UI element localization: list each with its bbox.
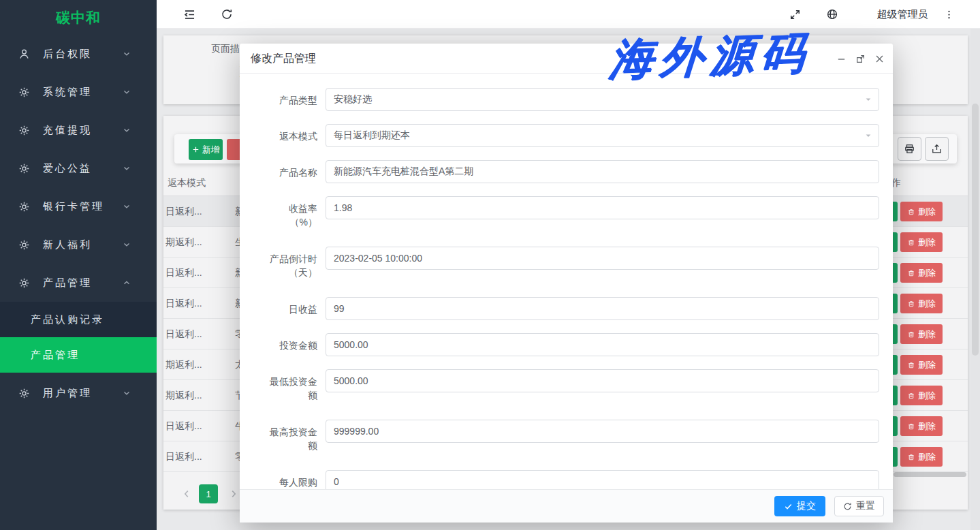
product-type-select[interactable]: 安稳好选	[326, 88, 879, 111]
field-label: 返本模式	[252, 124, 317, 147]
delete-button[interactable]: 删除	[900, 386, 943, 405]
daily-income-input[interactable]	[326, 297, 879, 320]
delete-button[interactable]: 删除	[900, 294, 943, 313]
trash-icon	[907, 238, 915, 247]
reset-icon	[843, 502, 852, 511]
max-invest-input[interactable]	[326, 420, 879, 443]
user-menu[interactable]: 超级管理员	[865, 0, 940, 29]
add-button-label: 新增	[202, 144, 220, 156]
maximize-icon[interactable]	[852, 44, 868, 74]
gear-icon	[18, 239, 30, 251]
add-button[interactable]: 新增	[189, 139, 223, 160]
delete-button[interactable]: 删除	[900, 202, 943, 221]
submenu-item-purchase-records[interactable]: 产品认购记录	[0, 302, 157, 337]
submenu-item-label: 产品管理	[31, 349, 80, 362]
topbar: 超级管理员	[157, 0, 980, 29]
caret-down-icon	[864, 131, 872, 140]
export-icon[interactable]	[925, 137, 949, 161]
cell-payback-mode: 日返利...	[165, 267, 202, 279]
sidebar-item-newcomer-benefits[interactable]: 新人福利	[0, 225, 157, 264]
dialog-title: 修改产品管理	[251, 44, 316, 74]
page-scrollbar-thumb[interactable]	[972, 104, 979, 356]
field-label: 产品名称	[252, 160, 317, 183]
field-label: 产品倒计时 （天）	[252, 247, 317, 279]
product-name-input[interactable]	[326, 160, 879, 183]
sidebar-item-label: 新人福利	[43, 238, 122, 251]
delete-button-label: 删除	[918, 390, 936, 402]
sidebar-item-label: 系统管理	[43, 86, 122, 99]
globe-icon[interactable]	[820, 0, 844, 29]
purchase-limit-input[interactable]	[326, 470, 879, 489]
cell-payback-mode: 日返利...	[165, 206, 202, 218]
chevron-down-icon	[122, 163, 131, 173]
delete-button[interactable]: 删除	[900, 416, 943, 436]
username-label: 超级管理员	[877, 8, 928, 21]
horizontal-scrollbar[interactable]	[894, 472, 966, 477]
delete-button[interactable]: 删除	[900, 355, 943, 375]
dialog-header: 修改产品管理	[240, 44, 893, 74]
min-invest-input[interactable]	[326, 369, 879, 392]
trash-icon	[907, 392, 915, 400]
pagination-prev-icon[interactable]	[180, 484, 193, 503]
delete-button-label: 删除	[918, 206, 936, 218]
dialog-form: 产品类型 安稳好选 返本模式 每日返利到期还本 产品名称 收益率 （%） 产品倒…	[240, 74, 893, 489]
refresh-icon[interactable]	[215, 0, 239, 29]
column-header-payback-mode: 返本模式	[168, 174, 206, 193]
sidebar-item-product-management[interactable]: 产品管理	[0, 264, 157, 302]
select-value: 安稳好选	[334, 93, 372, 106]
rate-input[interactable]	[326, 196, 879, 219]
close-icon[interactable]	[871, 44, 887, 74]
field-label: 每人限购 （份）	[252, 470, 317, 489]
sidebar-item-user-management[interactable]: 用户管理	[0, 374, 157, 412]
sidebar-item-system-management[interactable]: 系统管理	[0, 73, 157, 111]
cell-payback-mode: 日返利...	[165, 328, 202, 341]
cell-payback-mode: 日返利...	[165, 298, 202, 310]
app-logo: 碳中和	[0, 0, 157, 35]
page-scrollbar-track	[970, 29, 980, 530]
trash-icon	[907, 361, 915, 369]
edit-product-dialog: 修改产品管理 产品类型 安稳好选 返本模式 每日返利到期还本 产品名称	[240, 44, 893, 523]
pagination-next-icon[interactable]	[227, 484, 240, 503]
delete-button[interactable]: 删除	[900, 232, 943, 252]
delete-button[interactable]: 删除	[900, 324, 943, 344]
sidebar-item-backend-permissions[interactable]: 后台权限	[0, 35, 157, 73]
user-icon	[18, 48, 30, 60]
countdown-input[interactable]	[326, 247, 879, 270]
trash-icon	[907, 453, 915, 461]
submit-button[interactable]: 提交	[774, 496, 825, 516]
delete-button[interactable]: 删除	[900, 263, 943, 283]
trash-icon	[907, 300, 915, 308]
menu-collapse-icon[interactable]	[177, 0, 202, 29]
submenu-item-product-management-active[interactable]: 产品管理	[0, 337, 157, 373]
cell-payback-mode: 期返利...	[165, 390, 202, 402]
chevron-down-icon	[122, 87, 131, 97]
reset-button-label: 重置	[856, 500, 875, 512]
chevron-down-icon	[122, 202, 131, 211]
cell-payback-mode: 期返利...	[165, 236, 202, 249]
gear-icon	[18, 163, 30, 174]
chevron-down-icon	[122, 388, 131, 398]
gear-icon	[18, 277, 30, 289]
field-label: 投资金额	[252, 333, 317, 356]
printer-icon[interactable]	[898, 137, 921, 161]
invest-amount-input[interactable]	[326, 333, 879, 356]
delete-button-label: 删除	[918, 236, 936, 249]
reset-button[interactable]: 重置	[834, 496, 884, 516]
field-label: 日收益	[252, 297, 317, 320]
kebab-menu-icon[interactable]	[936, 0, 961, 29]
payback-mode-select[interactable]: 每日返利到期还本	[326, 124, 879, 147]
gear-icon	[18, 87, 30, 98]
sidebar-item-label: 银行卡管理	[43, 200, 122, 213]
chevron-down-icon	[122, 125, 131, 135]
sidebar-item-recharge-withdraw[interactable]: 充值提现	[0, 111, 157, 149]
fullscreen-icon[interactable]	[783, 0, 807, 29]
gear-icon	[18, 388, 30, 399]
delete-button[interactable]: 删除	[900, 447, 943, 467]
sidebar-item-bank-card[interactable]: 银行卡管理	[0, 187, 157, 225]
minimize-icon[interactable]	[833, 44, 849, 74]
delete-button-label: 删除	[918, 298, 936, 310]
select-value: 每日返利到期还本	[334, 129, 410, 142]
pagination-page-current[interactable]: 1	[199, 484, 218, 503]
gear-icon	[18, 125, 30, 136]
sidebar-item-charity[interactable]: 爱心公益	[0, 149, 157, 187]
